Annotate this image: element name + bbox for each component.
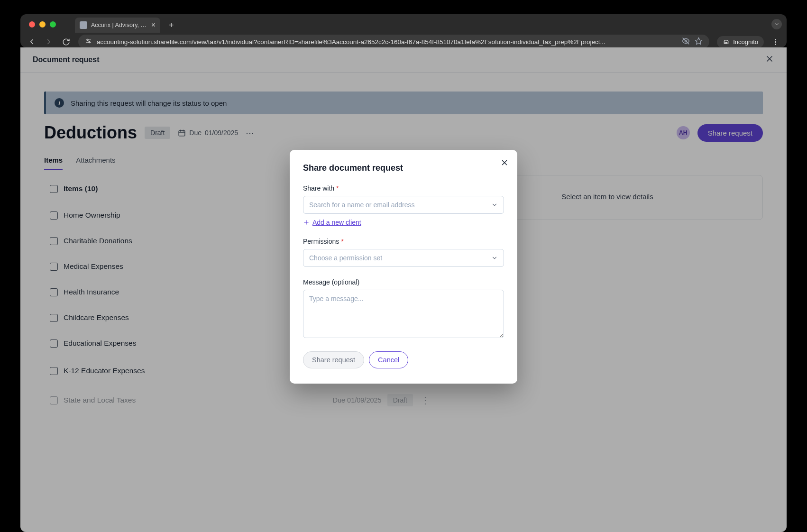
incognito-label: Incognito: [733, 38, 758, 46]
browser-tab[interactable]: Accurix | Advisory, Tax, and A ×: [75, 18, 160, 33]
add-new-client-link[interactable]: Add a new client: [303, 219, 504, 226]
tracking-blocked-icon[interactable]: [682, 37, 690, 46]
tab-close-icon[interactable]: ×: [151, 21, 156, 29]
site-settings-icon[interactable]: [85, 37, 92, 46]
new-tab-button[interactable]: +: [166, 20, 177, 30]
site-favicon: [80, 21, 87, 29]
reload-button[interactable]: [61, 37, 71, 46]
modal-share-request-button[interactable]: Share request: [303, 351, 364, 368]
svg-point-11: [775, 41, 776, 42]
chevron-down-icon: [491, 255, 498, 261]
svg-point-10: [775, 39, 776, 40]
browser-menu-button[interactable]: [770, 37, 780, 46]
modal-cancel-button[interactable]: Cancel: [369, 351, 408, 368]
message-textarea[interactable]: [303, 290, 504, 338]
nav-forward-button[interactable]: [44, 37, 54, 46]
share-with-label: Share with *: [303, 184, 504, 192]
svg-point-12: [775, 44, 776, 45]
address-bar[interactable]: accounting-solution.sharefile.com/view/t…: [78, 35, 709, 49]
window-maximize-mac[interactable]: [50, 21, 56, 28]
message-label: Message (optional): [303, 278, 504, 286]
chevron-down-icon: [491, 202, 498, 208]
bookmark-icon[interactable]: [695, 37, 703, 46]
nav-back-button[interactable]: [27, 37, 37, 46]
window-close-mac[interactable]: [29, 21, 35, 28]
permissions-select[interactable]: Choose a permission set: [303, 249, 504, 267]
permissions-label: Permissions *: [303, 238, 504, 245]
share-with-select[interactable]: Search for a name or email address: [303, 196, 504, 214]
svg-marker-6: [696, 37, 702, 44]
plus-icon: [303, 219, 310, 226]
permissions-placeholder: Choose a permission set: [309, 254, 382, 262]
window-minimize-mac[interactable]: [39, 21, 46, 28]
incognito-badge[interactable]: Incognito: [717, 36, 764, 48]
share-with-placeholder: Search for a name or email address: [309, 201, 415, 209]
modal-close-button[interactable]: [500, 158, 509, 169]
url-text: accounting-solution.sharefile.com/view/t…: [97, 38, 677, 46]
share-modal: Share document request Share with * Sear…: [290, 150, 517, 384]
modal-title: Share document request: [303, 163, 504, 173]
tab-title: Accurix | Advisory, Tax, and A: [91, 22, 147, 28]
tabs-dropdown-button[interactable]: [771, 19, 782, 29]
